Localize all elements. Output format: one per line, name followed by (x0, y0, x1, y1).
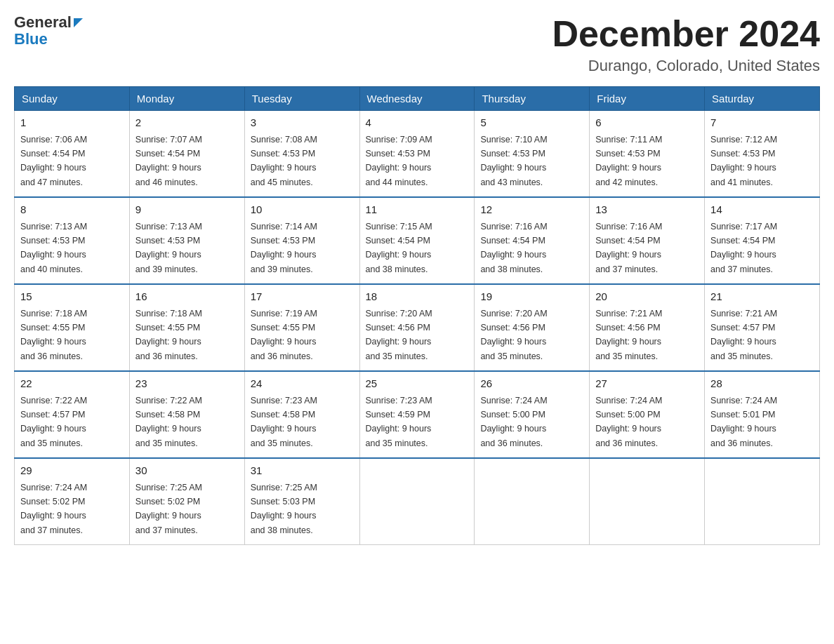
calendar-week-row: 29 Sunrise: 7:24 AMSunset: 5:02 PMDaylig… (15, 458, 820, 545)
table-row (705, 458, 820, 545)
title-block: December 2024 Durango, Colorado, United … (552, 14, 820, 75)
day-info: Sunrise: 7:18 AMSunset: 4:55 PMDaylight:… (135, 309, 202, 361)
col-thursday: Thursday (475, 87, 590, 111)
col-friday: Friday (590, 87, 705, 111)
table-row: 20 Sunrise: 7:21 AMSunset: 4:56 PMDaylig… (590, 284, 705, 371)
table-row: 13 Sunrise: 7:16 AMSunset: 4:54 PMDaylig… (590, 197, 705, 284)
day-number: 8 (20, 202, 124, 218)
day-info: Sunrise: 7:14 AMSunset: 4:53 PMDaylight:… (251, 222, 317, 274)
table-row: 5 Sunrise: 7:10 AMSunset: 4:53 PMDayligh… (475, 111, 590, 198)
day-info: Sunrise: 7:13 AMSunset: 4:53 PMDaylight:… (20, 222, 87, 274)
day-number: 3 (251, 115, 354, 131)
day-number: 15 (20, 289, 124, 305)
logo: General Blue (14, 14, 83, 48)
table-row: 30 Sunrise: 7:25 AMSunset: 5:02 PMDaylig… (129, 458, 244, 545)
table-row: 17 Sunrise: 7:19 AMSunset: 4:55 PMDaylig… (244, 284, 359, 371)
logo-text-blue: Blue (14, 30, 48, 48)
calendar-week-row: 8 Sunrise: 7:13 AMSunset: 4:53 PMDayligh… (15, 197, 820, 284)
day-info: Sunrise: 7:22 AMSunset: 4:57 PMDaylight:… (20, 396, 87, 448)
day-info: Sunrise: 7:06 AMSunset: 4:54 PMDaylight:… (20, 135, 87, 187)
table-row: 2 Sunrise: 7:07 AMSunset: 4:54 PMDayligh… (129, 111, 244, 198)
logo-icon: General Blue (14, 14, 83, 48)
table-row: 11 Sunrise: 7:15 AMSunset: 4:54 PMDaylig… (359, 197, 475, 284)
col-monday: Monday (129, 87, 244, 111)
day-number: 4 (366, 115, 469, 131)
day-info: Sunrise: 7:18 AMSunset: 4:55 PMDaylight:… (20, 309, 87, 361)
table-row: 23 Sunrise: 7:22 AMSunset: 4:58 PMDaylig… (129, 371, 244, 458)
day-number: 18 (366, 289, 469, 305)
day-number: 6 (595, 115, 699, 131)
calendar-week-row: 22 Sunrise: 7:22 AMSunset: 4:57 PMDaylig… (15, 371, 820, 458)
table-row: 15 Sunrise: 7:18 AMSunset: 4:55 PMDaylig… (15, 284, 130, 371)
day-info: Sunrise: 7:16 AMSunset: 4:54 PMDaylight:… (480, 222, 547, 274)
day-number: 13 (595, 202, 699, 218)
day-info: Sunrise: 7:25 AMSunset: 5:02 PMDaylight:… (135, 483, 202, 535)
table-row: 7 Sunrise: 7:12 AMSunset: 4:53 PMDayligh… (705, 111, 820, 198)
day-info: Sunrise: 7:20 AMSunset: 4:56 PMDaylight:… (366, 309, 432, 361)
day-info: Sunrise: 7:24 AMSunset: 5:02 PMDaylight:… (20, 483, 87, 535)
day-number: 2 (135, 115, 239, 131)
table-row: 6 Sunrise: 7:11 AMSunset: 4:53 PMDayligh… (590, 111, 705, 198)
location-title: Durango, Colorado, United States (552, 57, 820, 75)
day-info: Sunrise: 7:13 AMSunset: 4:53 PMDaylight:… (135, 222, 202, 274)
table-row: 14 Sunrise: 7:17 AMSunset: 4:54 PMDaylig… (705, 197, 820, 284)
table-row: 9 Sunrise: 7:13 AMSunset: 4:53 PMDayligh… (129, 197, 244, 284)
day-info: Sunrise: 7:12 AMSunset: 4:53 PMDaylight:… (710, 135, 777, 187)
col-sunday: Sunday (15, 87, 130, 111)
day-info: Sunrise: 7:11 AMSunset: 4:53 PMDaylight:… (595, 135, 662, 187)
table-row: 18 Sunrise: 7:20 AMSunset: 4:56 PMDaylig… (359, 284, 475, 371)
table-row (359, 458, 475, 545)
col-saturday: Saturday (705, 87, 820, 111)
calendar-table: Sunday Monday Tuesday Wednesday Thursday… (14, 86, 820, 545)
table-row: 16 Sunrise: 7:18 AMSunset: 4:55 PMDaylig… (129, 284, 244, 371)
table-row: 3 Sunrise: 7:08 AMSunset: 4:53 PMDayligh… (244, 111, 359, 198)
day-number: 25 (366, 376, 469, 392)
day-info: Sunrise: 7:08 AMSunset: 4:53 PMDaylight:… (251, 135, 317, 187)
calendar-week-row: 15 Sunrise: 7:18 AMSunset: 4:55 PMDaylig… (15, 284, 820, 371)
table-row: 10 Sunrise: 7:14 AMSunset: 4:53 PMDaylig… (244, 197, 359, 284)
table-row (590, 458, 705, 545)
day-number: 9 (135, 202, 239, 218)
day-number: 14 (710, 202, 814, 218)
table-row: 29 Sunrise: 7:24 AMSunset: 5:02 PMDaylig… (15, 458, 130, 545)
table-row: 27 Sunrise: 7:24 AMSunset: 5:00 PMDaylig… (590, 371, 705, 458)
table-row: 28 Sunrise: 7:24 AMSunset: 5:01 PMDaylig… (705, 371, 820, 458)
table-row: 22 Sunrise: 7:22 AMSunset: 4:57 PMDaylig… (15, 371, 130, 458)
day-info: Sunrise: 7:21 AMSunset: 4:56 PMDaylight:… (595, 309, 662, 361)
day-info: Sunrise: 7:24 AMSunset: 5:01 PMDaylight:… (710, 396, 777, 448)
day-info: Sunrise: 7:24 AMSunset: 5:00 PMDaylight:… (480, 396, 547, 448)
table-row: 26 Sunrise: 7:24 AMSunset: 5:00 PMDaylig… (475, 371, 590, 458)
day-info: Sunrise: 7:24 AMSunset: 5:00 PMDaylight:… (595, 396, 662, 448)
day-number: 10 (251, 202, 354, 218)
calendar-header-row: Sunday Monday Tuesday Wednesday Thursday… (15, 87, 820, 111)
day-number: 20 (595, 289, 699, 305)
day-info: Sunrise: 7:16 AMSunset: 4:54 PMDaylight:… (595, 222, 662, 274)
day-info: Sunrise: 7:15 AMSunset: 4:54 PMDaylight:… (366, 222, 432, 274)
day-info: Sunrise: 7:10 AMSunset: 4:53 PMDaylight:… (480, 135, 547, 187)
day-number: 19 (480, 289, 583, 305)
table-row: 1 Sunrise: 7:06 AMSunset: 4:54 PMDayligh… (15, 111, 130, 198)
day-number: 23 (135, 376, 239, 392)
day-number: 5 (480, 115, 583, 131)
day-info: Sunrise: 7:07 AMSunset: 4:54 PMDaylight:… (135, 135, 202, 187)
day-number: 30 (135, 463, 239, 479)
day-number: 22 (20, 376, 124, 392)
day-info: Sunrise: 7:22 AMSunset: 4:58 PMDaylight:… (135, 396, 202, 448)
table-row: 25 Sunrise: 7:23 AMSunset: 4:59 PMDaylig… (359, 371, 475, 458)
day-number: 7 (710, 115, 814, 131)
logo-text-general: General (14, 14, 72, 31)
day-info: Sunrise: 7:25 AMSunset: 5:03 PMDaylight:… (251, 483, 317, 535)
table-row (475, 458, 590, 545)
day-number: 21 (710, 289, 814, 305)
month-title: December 2024 (552, 14, 820, 54)
col-wednesday: Wednesday (359, 87, 475, 111)
table-row: 4 Sunrise: 7:09 AMSunset: 4:53 PMDayligh… (359, 111, 475, 198)
day-info: Sunrise: 7:17 AMSunset: 4:54 PMDaylight:… (710, 222, 777, 274)
day-number: 16 (135, 289, 239, 305)
day-number: 31 (251, 463, 354, 479)
day-info: Sunrise: 7:23 AMSunset: 4:58 PMDaylight:… (251, 396, 317, 448)
day-number: 26 (480, 376, 583, 392)
table-row: 19 Sunrise: 7:20 AMSunset: 4:56 PMDaylig… (475, 284, 590, 371)
day-number: 29 (20, 463, 124, 479)
calendar-week-row: 1 Sunrise: 7:06 AMSunset: 4:54 PMDayligh… (15, 111, 820, 198)
